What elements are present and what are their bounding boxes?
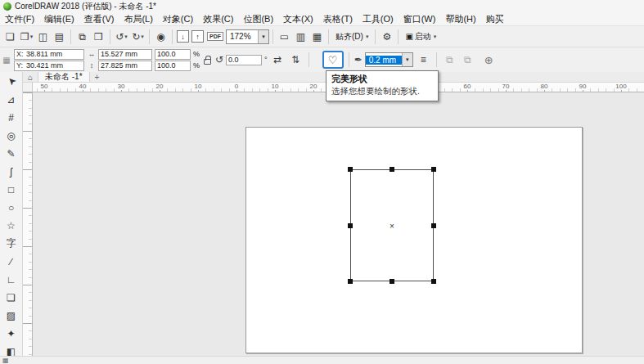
percent-label: % <box>193 50 200 58</box>
toolbar-separator <box>110 29 110 44</box>
wrap-text-button[interactable]: ≡ <box>416 52 431 68</box>
import-icon: ↓ <box>181 33 185 41</box>
print-button[interactable]: ▤ <box>52 29 67 45</box>
perfect-shapes-button[interactable]: ♡ <box>322 51 344 69</box>
menu-window[interactable]: 窗口(W) <box>399 13 441 25</box>
menu-help[interactable]: 帮助(H) <box>440 13 480 25</box>
add-page-button[interactable]: + <box>90 73 105 82</box>
menu-bitmaps[interactable]: 位图(B) <box>238 13 278 25</box>
menu-buy[interactable]: 购买 <box>481 13 509 25</box>
search-icon: ◉ <box>156 31 164 43</box>
status-grid-icon[interactable]: ▦ <box>2 357 9 364</box>
menu-table[interactable]: 表格(T) <box>318 13 358 25</box>
open-button[interactable]: ❐▾ <box>19 29 34 45</box>
selection-handle-se[interactable] <box>431 279 436 284</box>
freehand-tool[interactable]: ✎ <box>2 146 20 161</box>
width-field[interactable]: 15.527 mm <box>98 49 152 60</box>
copy-button[interactable]: ⧉ <box>74 29 90 45</box>
artistic-media-tool[interactable]: ʃ <box>2 164 20 179</box>
menu-view[interactable]: 查看(V) <box>79 13 119 25</box>
rectangle-tool[interactable]: □ <box>2 182 20 197</box>
extra-button-2[interactable]: ⧉ <box>460 52 475 68</box>
drop-shadow-tool[interactable]: ❏ <box>2 290 20 305</box>
zoom-level-combo[interactable]: 172% ▾ <box>226 29 269 44</box>
selection-handle-sw[interactable] <box>348 279 353 284</box>
extra-button-1[interactable]: ⧉ <box>442 52 457 68</box>
paste-button[interactable]: ❒ <box>91 29 106 45</box>
polygon-tool[interactable]: ☆ <box>2 218 20 233</box>
y-position-field[interactable]: Y: 30.421 mm <box>14 61 84 71</box>
crop-tool[interactable]: # <box>2 110 20 125</box>
redo-button[interactable]: ↻▾ <box>130 29 146 45</box>
color-eyedropper-tool[interactable]: ✦ <box>2 326 20 341</box>
outline-width-dropdown-icon[interactable]: ▾ <box>402 53 412 66</box>
connector-tool[interactable]: ∟ <box>2 272 20 287</box>
toolbar-separator <box>398 29 399 44</box>
fullscreen-preview-button[interactable]: ▭ <box>277 29 292 45</box>
zoom-dropdown-icon[interactable]: ▾ <box>258 30 268 43</box>
scale-y-field[interactable]: 100.0 <box>155 61 191 71</box>
mirror-horizontal-button[interactable]: ⇄ <box>270 52 286 68</box>
mirror-vertical-button[interactable]: ⇅ <box>288 52 304 68</box>
drawing-canvas[interactable]: × <box>33 92 644 356</box>
tooltip-body: 选择您想要绘制的形状. <box>331 86 433 97</box>
outline-width-value[interactable]: 0.2 mm <box>366 56 402 65</box>
selection-handle-ne[interactable] <box>431 167 436 172</box>
chevron-down-icon: ▾ <box>124 34 128 40</box>
new-document-button[interactable]: ❏ <box>2 29 18 45</box>
document-tab[interactable]: 未命名 -1* <box>38 72 90 82</box>
search-content-button[interactable]: ◉ <box>153 29 169 45</box>
ruler-origin-corner[interactable] <box>23 83 33 92</box>
scale-x-field[interactable]: 100.0 <box>155 49 191 60</box>
export-button[interactable]: ↑ <box>191 30 204 43</box>
height-field[interactable]: 27.825 mm <box>98 61 152 71</box>
menu-object[interactable]: 对象(C) <box>158 13 198 25</box>
tooltip: 完美形状 选择您想要绘制的形状. <box>326 70 439 101</box>
menu-tools[interactable]: 工具(O) <box>358 13 399 25</box>
outline-width-combo[interactable]: 0.2 mm ▾ <box>365 52 413 67</box>
shape-tool[interactable]: ⊿ <box>2 92 20 107</box>
pick-tool[interactable]: ➤ <box>0 72 23 93</box>
quick-customize-button[interactable]: ⊕ <box>484 54 493 66</box>
ellipse-tool[interactable]: ○ <box>2 200 20 215</box>
undo-button[interactable]: ↺▾ <box>114 29 129 45</box>
selection-handle-w[interactable] <box>348 223 353 228</box>
publish-pdf-button[interactable]: PDF <box>207 32 223 41</box>
menu-layout[interactable]: 布局(L) <box>119 13 157 25</box>
menu-bar: 文件(F) 编辑(E) 查看(V) 布局(L) 对象(C) 效果(C) 位图(B… <box>0 12 644 25</box>
rotation-angle-field[interactable]: 0.0 <box>226 55 262 65</box>
selection-handle-e[interactable] <box>431 223 436 228</box>
mirror-horizontal-icon: ⇄ <box>273 54 281 65</box>
selected-rectangle[interactable]: × <box>350 169 434 281</box>
transparency-tool[interactable]: ▨ <box>2 308 20 323</box>
zoom-tool[interactable]: ◎ <box>2 128 20 143</box>
show-grid-button[interactable]: ▦ <box>309 29 325 45</box>
outline-width-icon: ✒ <box>354 54 363 65</box>
dimension-tool[interactable]: ∕ <box>2 254 20 269</box>
show-rulers-button[interactable]: ▥ <box>293 29 308 45</box>
zoom-level-value[interactable]: 172% <box>227 32 258 41</box>
text-tool[interactable]: 字 <box>2 236 20 251</box>
interactive-fill-tool[interactable]: ◧ <box>2 344 20 356</box>
options-button[interactable]: ⚙ <box>379 29 394 45</box>
menu-edit[interactable]: 编辑(E) <box>39 13 79 25</box>
chevron-down-icon: ▾ <box>366 34 369 40</box>
lock-ratio-icon[interactable] <box>204 59 211 65</box>
selection-handle-nw[interactable] <box>348 167 353 172</box>
ruler-label: 10 <box>194 83 203 90</box>
vertical-ruler[interactable] <box>23 92 33 356</box>
menu-file[interactable]: 文件(F) <box>0 13 39 25</box>
launcher-icon: ▣ <box>405 32 412 41</box>
x-position-field[interactable]: X: 38.811 mm <box>14 49 84 60</box>
menu-text[interactable]: 文本(X) <box>278 13 318 25</box>
selection-handle-n[interactable] <box>390 167 394 172</box>
save-button[interactable]: ◫ <box>35 29 51 45</box>
selection-handle-s[interactable] <box>390 279 394 284</box>
undo-icon: ↺ <box>115 31 124 43</box>
home-icon[interactable]: ⌂ <box>23 73 38 82</box>
application-launcher-button[interactable]: ▣启动▾ <box>402 29 439 45</box>
menu-effects[interactable]: 效果(C) <box>198 13 238 25</box>
import-button[interactable]: ↓ <box>177 30 189 43</box>
position-fields: X: 38.811 mm Y: 30.421 mm <box>14 49 84 71</box>
snap-to-button[interactable]: 贴齐(D)▾ <box>332 29 372 45</box>
